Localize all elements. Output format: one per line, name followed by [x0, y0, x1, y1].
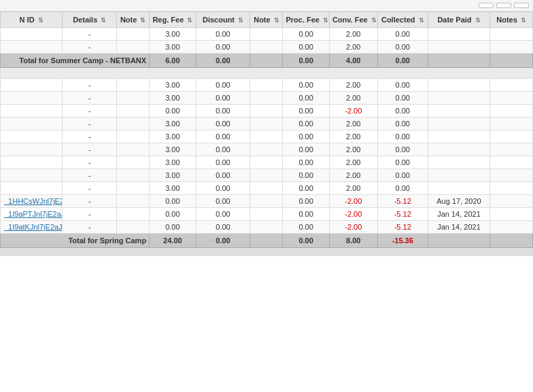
subtotal2-disc: 0.00: [196, 234, 250, 248]
cell-value: -: [63, 92, 117, 105]
cell-value: 2.00: [329, 156, 377, 169]
col-header-collected[interactable]: Collected ⇅: [377, 12, 428, 28]
cell-value: 0.00: [283, 130, 329, 143]
col-header-id[interactable]: N ID ⇅: [1, 12, 63, 28]
subtotal2-reg: 24.00: [150, 234, 196, 248]
cell-value: [428, 130, 489, 143]
table-row: -3.000.000.002.000.00: [1, 182, 533, 195]
subtotal2-conv: 8.00: [329, 234, 377, 248]
cell-value: [490, 169, 533, 182]
cell-value: [1, 169, 63, 182]
cell-value: 0.00: [196, 79, 250, 92]
col-header-date-paid[interactable]: Date Paid ⇅: [428, 12, 489, 28]
cell-value: [250, 118, 283, 130]
cell-value: 0.00: [377, 143, 428, 156]
cell-value: 3.00: [150, 79, 196, 92]
col-header-reg-fee[interactable]: Reg. Fee ⇅: [150, 12, 196, 28]
col-header-note1[interactable]: Note ⇅: [117, 12, 150, 28]
cell-value: [428, 79, 489, 92]
group-button[interactable]: [514, 3, 529, 8]
cell-value: 0.00: [283, 195, 329, 208]
table-row: _1I9atKJnl7jE2aJLwp6Iz83Y-0.000.000.00-2…: [1, 221, 533, 234]
cell-value: [117, 208, 150, 221]
cell-value: 0.00: [150, 221, 196, 234]
ungroup-button[interactable]: [479, 3, 494, 8]
cell-value: 0.00: [283, 92, 329, 105]
sort-icon-details: ⇅: [101, 17, 106, 24]
subtotal-row-2: Total for Spring Camp 24.00 0.00 0.00 8.…: [1, 234, 533, 248]
cell-value: Aug 17, 2020: [428, 195, 489, 208]
negative-value: -5.12: [377, 221, 428, 234]
excel-button[interactable]: [496, 3, 511, 8]
cell-value: 3.00: [150, 169, 196, 182]
cell-value: -: [63, 182, 117, 195]
cell-value: [428, 169, 489, 182]
col-header-discount[interactable]: Discount ⇅: [196, 12, 250, 28]
cell-value: 0.00: [377, 182, 428, 195]
cell-value: [1, 118, 63, 130]
negative-value: -2.00: [329, 208, 377, 221]
col-header-conv-fee[interactable]: Conv. Fee ⇅: [329, 12, 377, 28]
cell-value: [428, 105, 489, 118]
cell-value: -: [63, 169, 117, 182]
cell-value: [1, 143, 63, 156]
cell-value: [428, 182, 489, 195]
col-header-notes[interactable]: Notes ⇅: [490, 12, 533, 28]
cell-value: [428, 143, 489, 156]
cell-value: -: [63, 79, 117, 92]
col-header-note2[interactable]: Note ⇅: [250, 12, 283, 28]
cell-value: [117, 41, 150, 54]
table-row: -3.000.000.002.000.00: [1, 143, 533, 156]
cell-value: [1, 92, 63, 105]
cell-value: [490, 208, 533, 221]
cell-value: 0.00: [196, 156, 250, 169]
cell-value: [428, 41, 489, 54]
cell-value: -: [63, 156, 117, 169]
id-link[interactable]: _1I9atKJnl7jE2aJLwp6Iz83Y: [1, 221, 63, 234]
col-header-details[interactable]: Details ⇅: [63, 12, 117, 28]
cell-value: 0.00: [150, 195, 196, 208]
negative-value: -5.12: [377, 208, 428, 221]
negative-value: -2.00: [329, 195, 377, 208]
cell-value: 0.00: [283, 28, 329, 41]
table-row: -3.000.000.002.000.00: [1, 92, 533, 105]
cell-value: [250, 169, 283, 182]
cell-value: [1, 79, 63, 92]
cell-value: 0.00: [377, 92, 428, 105]
id-link[interactable]: _1I9aPTJnl7jE2aJLfW756odf: [1, 208, 63, 221]
subtotal2-coll: -15.36: [377, 234, 428, 248]
cell-value: 0.00: [283, 118, 329, 130]
cell-value: 0.00: [377, 28, 428, 41]
cell-value: [250, 195, 283, 208]
scrollbar-row[interactable]: [1, 248, 533, 256]
cell-value: 0.00: [196, 208, 250, 221]
subtotal-label: Total for Summer Camp - NETBANX: [1, 54, 150, 68]
negative-value: -2.00: [329, 221, 377, 234]
table-row: _1I9aPTJnl7jE2aJLfW756odf-0.000.000.00-2…: [1, 208, 533, 221]
cell-value: [428, 118, 489, 130]
cell-value: 3.00: [150, 28, 196, 41]
cell-value: 0.00: [283, 41, 329, 54]
cell-value: 0.00: [150, 208, 196, 221]
main-table: N ID ⇅ Details ⇅ Note ⇅ Reg. Fee ⇅ Disco…: [0, 12, 533, 256]
cell-value: [117, 28, 150, 41]
negative-value: -2.00: [329, 105, 377, 118]
cell-value: [117, 130, 150, 143]
cell-value: [490, 143, 533, 156]
table-row: -3.000.000.002.000.00: [1, 156, 533, 169]
cell-value: [117, 221, 150, 234]
subtotal-proc: 0.00: [283, 54, 329, 68]
cell-value: [250, 143, 283, 156]
sort-icon-proc: ⇅: [323, 17, 328, 24]
id-link[interactable]: _1HHCsWJnl7jE2aJLclyrqsrM: [1, 195, 63, 208]
cell-value: [1, 130, 63, 143]
cell-value: [250, 208, 283, 221]
cell-value: 0.00: [377, 105, 428, 118]
cell-value: Jan 14, 2021: [428, 208, 489, 221]
cell-value: 2.00: [329, 182, 377, 195]
cell-value: 0.00: [196, 118, 250, 130]
col-header-proc-fee[interactable]: Proc. Fee ⇅: [283, 12, 329, 28]
cell-value: -: [63, 221, 117, 234]
cell-value: [117, 182, 150, 195]
table-container: N ID ⇅ Details ⇅ Note ⇅ Reg. Fee ⇅ Disco…: [0, 12, 533, 256]
